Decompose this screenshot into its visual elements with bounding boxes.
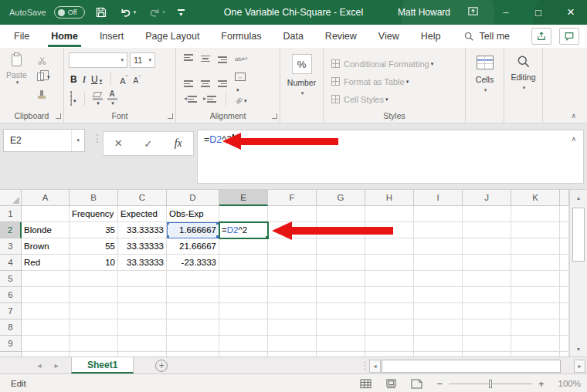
column-header-H[interactable]: H (365, 190, 414, 206)
collapse-ribbon-icon[interactable]: ∧ (571, 112, 576, 120)
top-align-button[interactable] (184, 54, 193, 63)
sheet-tab-sheet1[interactable]: Sheet1 (71, 357, 134, 373)
cell-E8[interactable] (219, 319, 268, 336)
cell-F9[interactable] (268, 336, 317, 352)
orientation-button[interactable]: ab (236, 92, 246, 106)
cell-B7[interactable] (70, 303, 118, 319)
page-layout-view-icon[interactable] (385, 379, 397, 389)
maximize-button[interactable] (522, 0, 555, 25)
cell-I8[interactable] (414, 319, 463, 336)
cell-C9[interactable] (118, 336, 167, 352)
cell-I9[interactable] (414, 336, 463, 352)
cell-A7[interactable] (22, 303, 70, 319)
cell-E1[interactable] (219, 206, 268, 222)
font-name-combobox[interactable] (69, 52, 127, 68)
cell-H9[interactable] (365, 336, 414, 352)
cut-button[interactable] (37, 52, 50, 69)
tab-insert[interactable]: Insert (100, 31, 124, 42)
cell-C6[interactable] (118, 287, 167, 303)
editing-button[interactable]: Editing (504, 54, 542, 91)
column-header-D[interactable]: D (167, 190, 219, 206)
cell-B5[interactable] (70, 271, 118, 287)
fill-color-button[interactable] (93, 92, 103, 106)
cell-H1[interactable] (365, 206, 414, 222)
name-box-caret[interactable]: ▾ (71, 130, 84, 151)
column-header-J[interactable]: J (463, 190, 511, 206)
share-button[interactable] (531, 28, 551, 45)
cell-clipped[interactable] (560, 255, 569, 271)
select-all-button[interactable] (0, 190, 22, 206)
tab-help[interactable]: Help (421, 31, 441, 42)
page-break-preview-icon[interactable] (411, 379, 422, 389)
cancel-button[interactable] (103, 132, 134, 155)
zoom-level[interactable]: 100% (558, 379, 581, 388)
cell-clipped[interactable] (560, 319, 569, 336)
cell-D7[interactable] (167, 303, 219, 319)
cell-F7[interactable] (268, 303, 317, 319)
cell-K4[interactable] (511, 255, 560, 271)
cell-J3[interactable] (463, 238, 511, 255)
cell-D6[interactable] (167, 287, 219, 303)
cell-A6[interactable] (22, 287, 70, 303)
underline-button[interactable]: U (91, 74, 102, 85)
copy-button[interactable] (37, 69, 50, 85)
cell-B8[interactable] (70, 319, 118, 336)
cell-K8[interactable] (511, 319, 560, 336)
cell-clipped[interactable] (560, 336, 569, 352)
format-as-table-button[interactable]: Format as Table (331, 73, 409, 90)
row-header-7[interactable]: 7 (0, 303, 22, 319)
cell-J9[interactable] (463, 336, 511, 352)
undo-button[interactable] (117, 0, 139, 25)
horizontal-scrollbar[interactable]: ◂ ▸ (369, 360, 585, 373)
cell-A8[interactable] (22, 319, 70, 336)
bold-button[interactable]: B (70, 74, 77, 85)
cell-B4[interactable]: 10 (70, 255, 118, 271)
cell-H7[interactable] (365, 303, 414, 319)
cell-K6[interactable] (511, 287, 560, 303)
cell-G9[interactable] (317, 336, 365, 352)
minimize-button[interactable] (490, 0, 522, 25)
cells-button[interactable]: Cells (466, 56, 504, 93)
cell-I3[interactable] (414, 238, 463, 255)
vertical-scrollbar-thumb[interactable] (572, 208, 585, 262)
cell-clipped[interactable] (560, 303, 569, 319)
cell-G5[interactable] (317, 271, 365, 287)
cell-G4[interactable] (317, 255, 365, 271)
next-sheet-icon[interactable]: ▸ (48, 357, 65, 373)
autosave-toggle[interactable]: Off (54, 6, 85, 19)
zoom-in-button[interactable]: + (538, 378, 545, 390)
cell-E2[interactable]: =D2^2 (219, 222, 268, 238)
cell-F6[interactable] (268, 287, 317, 303)
cell-D2[interactable]: 1.666667 (167, 222, 219, 238)
close-button[interactable] (555, 0, 587, 25)
format-painter-button[interactable] (37, 85, 50, 101)
scroll-down-icon[interactable]: ▾ (570, 341, 587, 357)
redo-button[interactable] (146, 0, 168, 25)
cell-C7[interactable] (118, 303, 167, 319)
ribbon-display-options-button[interactable] (467, 5, 479, 20)
horizontal-scrollbar-thumb[interactable] (382, 360, 561, 373)
cell-J8[interactable] (463, 319, 511, 336)
cell-G3[interactable] (317, 238, 365, 255)
alignment-dialog-launcher-icon[interactable] (272, 113, 277, 119)
cell-A3[interactable]: Brown (22, 238, 70, 255)
cell-G1[interactable] (317, 206, 365, 222)
cell-C1[interactable]: Expected (118, 206, 167, 222)
cell-G6[interactable] (317, 287, 365, 303)
cell-I5[interactable] (414, 271, 463, 287)
cell-E3[interactable] (219, 238, 268, 255)
cell-H4[interactable] (365, 255, 414, 271)
name-box[interactable]: E2 ▾ (3, 129, 85, 152)
cell-I7[interactable] (414, 303, 463, 319)
cell-F5[interactable] (268, 271, 317, 287)
save-button[interactable] (93, 0, 110, 25)
cell-A2[interactable]: Blonde (22, 222, 70, 238)
column-header-G[interactable]: G (317, 190, 365, 206)
increase-font-size-button[interactable]: A (120, 74, 127, 86)
cell-K5[interactable] (511, 271, 560, 287)
cell-B2[interactable]: 35 (70, 222, 118, 238)
cell-clipped[interactable] (560, 206, 569, 222)
tab-home[interactable]: Home (51, 31, 78, 42)
cell-A5[interactable] (22, 271, 70, 287)
cell-D4[interactable]: -23.3333 (167, 255, 219, 271)
